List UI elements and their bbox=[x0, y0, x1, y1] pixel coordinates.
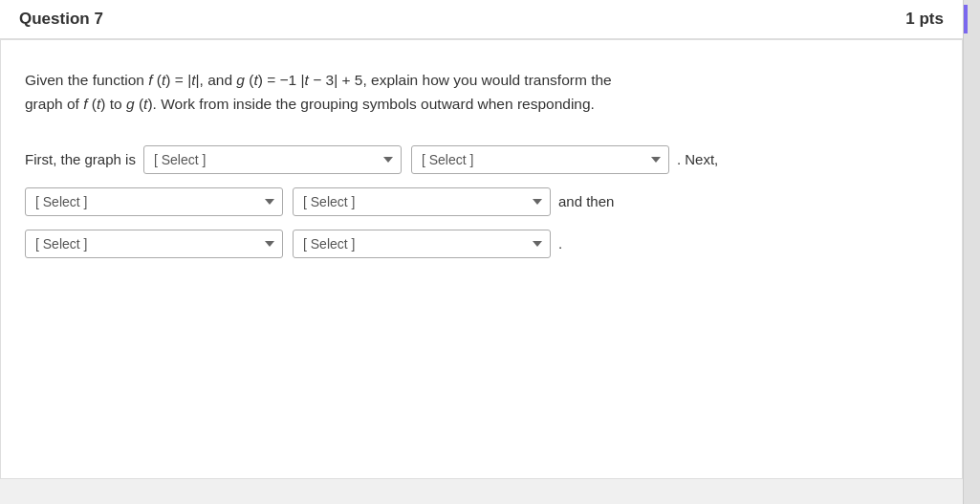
row-1: First, the graph is [ Select ] [ Select … bbox=[25, 145, 938, 174]
row3-select1[interactable]: [ Select ] bbox=[25, 230, 283, 258]
question-points: 1 pts bbox=[905, 10, 944, 29]
question-text: Given the function f (t) = |t|, and g (t… bbox=[25, 69, 938, 117]
row1-suffix: . Next, bbox=[677, 151, 718, 167]
row1-select1[interactable]: [ Select ] bbox=[143, 145, 402, 174]
sidebar bbox=[963, 0, 980, 504]
question-title: Question 7 bbox=[19, 10, 103, 29]
row3-select2[interactable]: [ Select ] bbox=[293, 230, 551, 258]
row2-select1[interactable]: [ Select ] bbox=[25, 187, 283, 216]
sidebar-accent bbox=[964, 5, 968, 33]
row-2: [ Select ] [ Select ] and then bbox=[25, 187, 938, 216]
question-header: Question 7 1 pts bbox=[0, 0, 963, 39]
row2-suffix: and then bbox=[558, 193, 614, 209]
row-3: [ Select ] [ Select ] . bbox=[25, 230, 938, 258]
row1-select2[interactable]: [ Select ] bbox=[411, 145, 669, 174]
row2-select2[interactable]: [ Select ] bbox=[293, 187, 551, 216]
row3-suffix: . bbox=[558, 235, 562, 252]
row1-prefix: First, the graph is bbox=[25, 151, 136, 167]
question-body: Given the function f (t) = |t|, and g (t… bbox=[0, 39, 963, 479]
